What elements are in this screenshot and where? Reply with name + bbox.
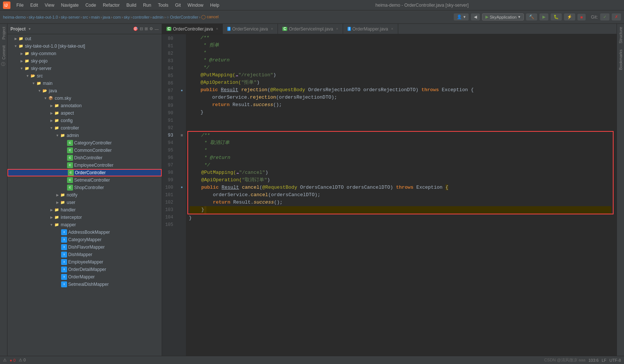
tab-close[interactable]: × xyxy=(271,27,273,31)
tree-item-com-sky[interactable]: ▼ 📦 com.sky xyxy=(7,95,162,102)
tree-item-src[interactable]: ▼ 📂 src xyxy=(7,72,162,80)
expand-arrow: ▼ xyxy=(19,67,24,70)
debug-btn[interactable]: 🐛 xyxy=(551,13,562,20)
tree-item-employee-ctrl[interactable]: ▶ C EmployeeController xyxy=(7,162,162,169)
tree-item-shop-ctrl[interactable]: ▶ C ShopController xyxy=(7,184,162,191)
locate-btn[interactable]: 🎯 xyxy=(133,26,138,31)
commit-tab[interactable]: Commit xyxy=(0,42,7,63)
menu-run[interactable]: Run xyxy=(140,2,154,9)
tree-item-employee-mapper[interactable]: ▶ I EmployeeMapper xyxy=(7,258,162,266)
breadcrumb-class[interactable]: ○ OrderController xyxy=(167,15,199,19)
gutter-marker-87: ● xyxy=(178,87,186,95)
tab-close[interactable]: × xyxy=(391,27,393,31)
menu-view[interactable]: View xyxy=(42,2,57,9)
tab-order-service[interactable]: I OrderService.java × xyxy=(223,24,278,34)
expand-arrow: ▶ xyxy=(49,104,54,108)
menu-git[interactable]: Git xyxy=(172,2,184,9)
tab-close[interactable]: × xyxy=(216,27,218,31)
tree-item-interceptor[interactable]: ▶ 📁 interceptor xyxy=(7,214,162,221)
breadcrumb-server[interactable]: sky-server xyxy=(61,15,80,19)
tree-label: admin xyxy=(67,133,79,138)
tree-item-order-mapper[interactable]: ▶ I OrderMapper xyxy=(7,273,162,281)
status-bar: ⚠ ● 0 ⚠ 0 CSDN @清风微凉 aaa 103:6 LF UTF-8 xyxy=(0,356,624,364)
breadcrumb-project[interactable]: heima-demo xyxy=(3,15,26,19)
vcs-tab[interactable]: ⓘ xyxy=(0,63,7,73)
make-btn[interactable]: 🔨 xyxy=(526,13,537,20)
git-check-btn[interactable]: ✓ xyxy=(600,13,609,20)
code-line-90: } xyxy=(189,109,617,116)
folder-icon: 📁 xyxy=(18,43,24,49)
collapse-btn[interactable]: ⊟ xyxy=(140,26,143,31)
tree-item-addressbook-mapper[interactable]: ▶ I AddressBookMapper xyxy=(7,229,162,236)
menu-code[interactable]: Code xyxy=(82,2,99,9)
bookmarks-tab[interactable]: Bookmarks xyxy=(617,47,624,73)
line-numbers: 80 81 82 83 84 85 86 87 88 89 90 91 92 9… xyxy=(162,34,178,356)
close-panel-btn[interactable]: — xyxy=(155,26,159,31)
tree-item-setmealdish-mapper[interactable]: ▶ I SetmealDishMapper xyxy=(7,281,162,288)
tree-item-aspect[interactable]: ▶ 📁 aspect xyxy=(7,109,162,117)
tree-item-out[interactable]: ▶ 📁 out xyxy=(7,35,162,42)
git-x-btn[interactable]: ✗ xyxy=(612,13,621,20)
tree-label: SetmealController xyxy=(74,178,110,183)
tree-item-notify[interactable]: ▶ 📁 notify xyxy=(7,191,162,199)
tree-item-orderdetail-mapper[interactable]: ▶ I OrderDetailMapper xyxy=(7,266,162,273)
tree-item-mapper[interactable]: ▼ 📁 mapper xyxy=(7,221,162,229)
tree-item-handler[interactable]: ▶ 📁 handler xyxy=(7,206,162,214)
code-col[interactable]: /** * 拒单 * * @return */ @PutMapping(☁"/r… xyxy=(186,34,617,356)
tree-item-admin[interactable]: ▼ 📁 admin xyxy=(7,132,162,139)
tree-item-category-mapper[interactable]: ▶ I CategoryMapper xyxy=(7,236,162,243)
line-number: 93 xyxy=(162,132,175,139)
tree-item-dish-mapper[interactable]: ▶ I DishMapper xyxy=(7,251,162,258)
panel-tools: 🎯 ⊟ ⊞ ⚙ — xyxy=(133,26,159,31)
line-number: 96 xyxy=(162,154,175,162)
expand-btn[interactable]: ⊞ xyxy=(145,26,148,31)
interface-icon: I xyxy=(61,259,67,265)
settings-btn[interactable]: ⚙ xyxy=(149,26,153,31)
breadcrumb-module[interactable]: sky-take-out-1.0 xyxy=(29,15,58,19)
tree-item-dish-ctrl[interactable]: ▶ C DishController xyxy=(7,154,162,162)
coverage-btn[interactable]: ⚡ xyxy=(564,13,575,20)
breadcrumb-method[interactable]: ◯ cancel xyxy=(201,15,219,19)
menu-window[interactable]: Window xyxy=(184,2,206,9)
interface-icon: I xyxy=(61,252,67,258)
tree-item-sky-take-out[interactable]: ▼ 📁 sky-take-out-1.0 [sky-take-out] xyxy=(7,42,162,50)
menu-file[interactable]: File xyxy=(13,2,26,9)
tab-close[interactable]: × xyxy=(336,27,338,31)
cancel-method-highlight: /** * 取消订单 * * @return */ @PutMapping(☁"… xyxy=(187,131,614,214)
back-btn[interactable]: ◀ xyxy=(471,13,480,20)
menu-help[interactable]: Help xyxy=(207,2,222,9)
menu-navigate[interactable]: Navigate xyxy=(58,2,82,9)
tab-order-mapper[interactable]: I OrderMapper.java × xyxy=(343,24,398,34)
tree-label: sky-pojo xyxy=(31,58,48,64)
tree-item-dishflavor-mapper[interactable]: ▶ I DishFlavorMapper xyxy=(7,243,162,251)
tree-label: sky-server xyxy=(31,66,51,71)
project-tab[interactable]: Project xyxy=(0,24,7,42)
tree-item-order-ctrl[interactable]: ▶ C OrderController xyxy=(7,169,162,176)
menu-tools[interactable]: Tools xyxy=(155,2,171,9)
tree-item-common-ctrl[interactable]: ▶ C CommonController xyxy=(7,147,162,154)
tree-item-annotation[interactable]: ▶ 📁 annotation xyxy=(7,102,162,109)
tree-item-setmeal-ctrl[interactable]: ▶ C SetmealController xyxy=(7,176,162,184)
profile-btn[interactable]: 👤 ▾ xyxy=(454,13,468,20)
run-btn[interactable]: ▶ xyxy=(539,13,548,20)
menu-refactor[interactable]: Refactor xyxy=(100,2,123,9)
tree-item-user[interactable]: ▶ 📁 user xyxy=(7,199,162,206)
tree-item-sky-server[interactable]: ▼ 📁 sky-server xyxy=(7,65,162,72)
tree-item-sky-common[interactable]: ▶ 📁 sky-common xyxy=(7,50,162,57)
tree-item-category-ctrl[interactable]: ▶ C CategoryController xyxy=(7,139,162,147)
menu-build[interactable]: Build xyxy=(123,2,139,9)
tree-item-controller[interactable]: ▼ 📁 controller xyxy=(7,124,162,132)
code-line-96: * @return xyxy=(190,154,611,162)
stop-btn[interactable]: ■ xyxy=(577,14,586,20)
menu-edit[interactable]: Edit xyxy=(27,2,41,9)
tree-item-config[interactable]: ▶ 📁 config xyxy=(7,117,162,124)
tab-order-controller[interactable]: C OrderController.java × xyxy=(162,24,223,34)
expand-arrow: ▶ xyxy=(55,201,60,204)
tab-order-service-impl[interactable]: C OrderServiceImpl.java × xyxy=(278,24,343,34)
structure-tab[interactable]: Structure xyxy=(617,24,624,47)
code-line-105 xyxy=(189,222,617,229)
tree-item-java[interactable]: ▼ 📂 java xyxy=(7,87,162,95)
tree-item-sky-pojo[interactable]: ▶ 📁 sky-pojo xyxy=(7,57,162,65)
tree-item-main[interactable]: ▼ 📁 main xyxy=(7,80,162,87)
code-line-98: @PutMapping(☁"/cancel") xyxy=(190,169,611,176)
